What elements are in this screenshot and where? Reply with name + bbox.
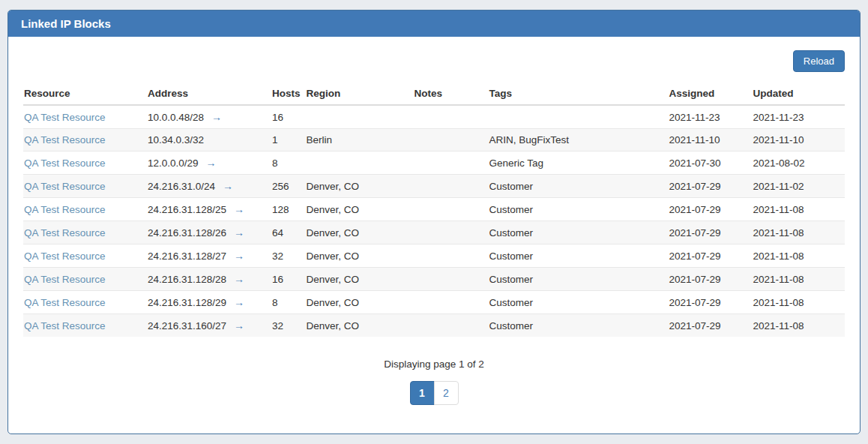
table-row: QA Test Resource10.0.0.48/28→162021-11-2… [23,105,845,129]
address-cell: 10.34.0.3/32 [148,129,272,152]
region-cell [307,105,415,129]
table-row: QA Test Resource12.0.0.0/29→8Generic Tag… [23,152,845,175]
resource-cell: QA Test Resource [23,105,148,129]
assigned-cell: 2021-07-29 [669,175,753,198]
column-header-assigned: Assigned [669,82,753,105]
resource-link[interactable]: QA Test Resource [24,181,106,192]
resource-cell: QA Test Resource [23,152,148,175]
paging-summary: Displaying page 1 of 2 [23,358,845,370]
tags-cell: Customer [489,175,669,198]
notes-cell [415,152,489,175]
address-text: 24.216.31.128/28 [148,274,226,285]
resource-cell: QA Test Resource [23,221,148,244]
region-cell: Denver, CO [307,198,415,221]
resource-link[interactable]: QA Test Resource [24,112,106,123]
updated-cell: 2021-11-08 [753,244,845,268]
address-cell: 24.216.31.128/29→ [148,291,272,314]
updated-cell: 2021-11-08 [753,268,845,291]
region-cell: Denver, CO [307,175,415,198]
hosts-cell: 16 [272,268,307,291]
tags-cell: Customer [489,198,669,221]
notes-cell [415,198,489,221]
resource-cell: QA Test Resource [23,244,148,268]
address-text: 10.0.0.48/28 [148,112,204,123]
notes-cell [415,105,489,129]
region-cell: Berlin [307,129,415,152]
resource-link[interactable]: QA Test Resource [24,134,106,146]
table-row: QA Test Resource24.216.31.160/27→32Denve… [23,314,845,338]
region-cell [307,152,415,175]
hosts-cell: 32 [272,244,307,268]
page-button-2[interactable]: 2 [434,381,459,405]
resource-link[interactable]: QA Test Resource [24,204,106,215]
hosts-cell: 8 [272,291,307,314]
resource-cell: QA Test Resource [23,129,148,152]
linked-ip-blocks-panel: Linked IP Blocks Reload ResourceAddressH… [7,10,861,434]
address-cell: 24.216.31.128/27→ [148,244,272,268]
updated-cell: 2021-11-02 [753,175,845,198]
address-cell: 24.216.31.160/27→ [148,314,272,338]
arrow-right-icon[interactable]: → [234,226,244,238]
tags-cell: Customer [489,268,669,291]
arrow-right-icon[interactable]: → [234,296,244,308]
table-row: QA Test Resource24.216.31.128/28→16Denve… [23,268,845,291]
resource-link[interactable]: QA Test Resource [24,227,106,238]
table-row: QA Test Resource24.216.31.128/25→128Denv… [23,198,845,221]
resource-link[interactable]: QA Test Resource [24,320,106,332]
hosts-cell: 16 [272,105,307,129]
resource-cell: QA Test Resource [23,198,148,221]
hosts-cell: 64 [272,221,307,244]
resource-link[interactable]: QA Test Resource [24,274,106,285]
column-header-tags: Tags [489,82,669,105]
reload-button[interactable]: Reload [793,50,845,72]
table-row: QA Test Resource24.216.31.128/29→8Denver… [23,291,845,314]
assigned-cell: 2021-11-23 [669,105,753,129]
table-header: ResourceAddressHostsRegionNotesTagsAssig… [23,82,845,105]
address-text: 24.216.31.0/24 [148,181,215,192]
notes-cell [415,175,489,198]
address-cell: 24.216.31.0/24→ [148,175,272,198]
assigned-cell: 2021-07-29 [669,198,753,221]
resource-link[interactable]: QA Test Resource [24,297,106,308]
assigned-cell: 2021-07-29 [669,291,753,314]
assigned-cell: 2021-11-10 [669,129,753,152]
arrow-right-icon[interactable]: → [223,180,233,192]
resource-link[interactable]: QA Test Resource [24,250,106,262]
notes-cell [415,129,489,152]
notes-cell [415,314,489,338]
updated-cell: 2021-11-08 [753,221,845,244]
address-cell: 12.0.0.0/29→ [148,152,272,175]
tags-cell: Customer [489,291,669,314]
resource-cell: QA Test Resource [23,291,148,314]
address-text: 24.216.31.160/27 [148,320,226,332]
arrow-right-icon[interactable]: → [234,320,244,332]
column-header-region: Region [307,82,415,105]
updated-cell: 2021-11-08 [753,314,845,338]
arrow-right-icon[interactable]: → [234,203,244,215]
arrow-right-icon[interactable]: → [234,250,244,262]
ip-blocks-table-body: QA Test Resource10.0.0.48/28→162021-11-2… [23,105,845,337]
updated-cell: 2021-11-10 [753,129,845,152]
hosts-cell: 32 [272,314,307,338]
address-cell: 24.216.31.128/28→ [148,268,272,291]
pagination: 12 [23,381,845,405]
page-button-1[interactable]: 1 [410,381,435,405]
hosts-cell: 256 [272,175,307,198]
table-row: QA Test Resource24.216.31.128/26→64Denve… [23,221,845,244]
address-text: 24.216.31.128/26 [148,227,226,238]
assigned-cell: 2021-07-29 [669,244,753,268]
arrow-right-icon[interactable]: → [234,273,244,285]
assigned-cell: 2021-07-30 [669,152,753,175]
column-header-address: Address [148,82,272,105]
arrow-right-icon[interactable]: → [206,157,217,169]
assigned-cell: 2021-07-29 [669,314,753,338]
column-header-updated: Updated [753,82,845,105]
tags-cell: Customer [489,221,669,244]
resource-link[interactable]: QA Test Resource [24,158,106,169]
arrow-right-icon[interactable]: → [211,111,222,123]
address-cell: 24.216.31.128/26→ [148,221,272,244]
updated-cell: 2021-08-02 [753,152,845,175]
address-text: 24.216.31.128/27 [148,250,226,262]
hosts-cell: 128 [272,198,307,221]
notes-cell [415,221,489,244]
